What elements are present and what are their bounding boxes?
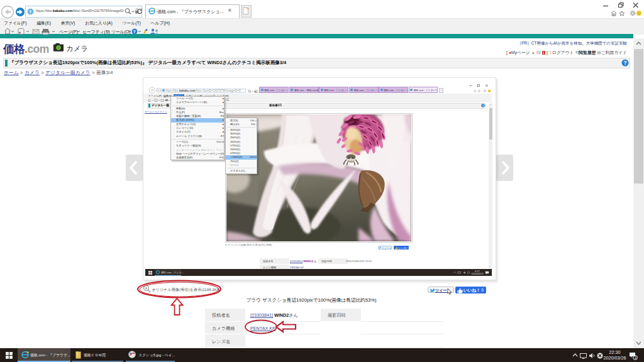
- svg-text:セーフティ(S): セーフティ(S): [82, 30, 110, 35]
- svg-text:ページ(P): ページ(P): [59, 30, 78, 35]
- svg-text:ツール(O): ツール(O): [111, 30, 131, 35]
- svg-text:?: ?: [624, 60, 627, 66]
- svg-text:?: ?: [482, 104, 484, 107]
- svg-text:?: ?: [133, 30, 136, 34]
